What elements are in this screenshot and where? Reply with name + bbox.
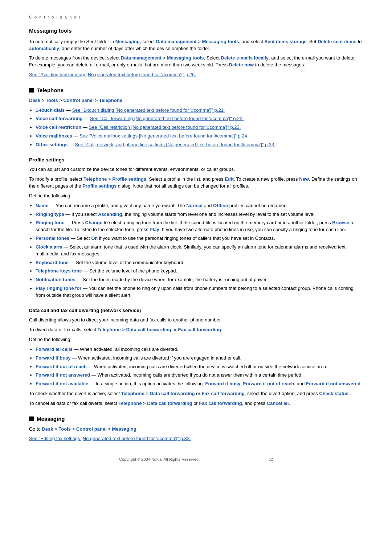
tel-item1-label[interactable]: 1-touch dials <box>36 107 65 113</box>
msg-nav-desk[interactable]: Desk <box>42 426 53 432</box>
dcf-p4-link3[interactable]: Fax call forwarding <box>199 401 242 406</box>
tel-item3-label[interactable]: Voice call restriction <box>36 124 81 130</box>
ps-item8-label[interactable]: Notification tones <box>36 277 75 282</box>
mt-p2-link4[interactable]: Delete now <box>229 62 254 67</box>
tel-nav-desk[interactable]: Desk <box>29 98 40 103</box>
dcf-p3-link4[interactable]: Check status <box>319 391 348 396</box>
mt-p1-link2[interactable]: Data management <box>156 39 197 44</box>
data-call-fax-title: Data call and fax call diverting (networ… <box>29 307 363 314</box>
ps-item4-label[interactable]: Personal tones <box>36 235 69 241</box>
ps-p2-link4[interactable]: New <box>299 176 309 182</box>
ps-p2-link3[interactable]: Edit <box>225 176 234 182</box>
footer-page-number: 62 <box>269 457 273 461</box>
tel-item3-link[interactable]: See "Call restriction [No generated text… <box>89 124 241 130</box>
dcf-p3-text1: To check whether the divert is active, s… <box>29 391 121 396</box>
ps-item2-link1[interactable]: Ascending <box>98 212 122 217</box>
ps-item3-label[interactable]: Ringing tone <box>36 220 64 225</box>
dcf-item5-text4: . <box>360 381 362 386</box>
ps-p2-link5[interactable]: Profile settings <box>82 183 117 189</box>
mt-p2-link3[interactable]: Delete e-mails locally <box>221 55 269 61</box>
mt-p1-link1[interactable]: Messaging <box>115 39 140 44</box>
dcf-p2-link3[interactable]: Fax call forwarding <box>178 327 221 332</box>
telephone-title: Telephone <box>37 86 64 94</box>
dcf-p4-link2[interactable]: Data call forwarding <box>147 401 192 406</box>
messaging-square-icon <box>29 416 34 421</box>
tel-item1-link[interactable]: See "1-touch dialing [No generated text … <box>72 107 225 113</box>
dcf-item2-label[interactable]: Forward if busy <box>36 355 71 361</box>
ps-item7-text: Set the volume level of the phone keypad… <box>89 268 177 274</box>
msg-nav-messaging[interactable]: Messaging <box>112 426 136 432</box>
ps-item3-link1[interactable]: Change <box>85 220 103 225</box>
ps-item1-label[interactable]: Name <box>36 203 48 208</box>
tel-item2-link[interactable]: See "Call forwarding [No generated text … <box>90 116 244 121</box>
dcf-item5-label[interactable]: Forward if not available <box>36 381 88 386</box>
ps-item5-label[interactable]: Clock alarm <box>36 244 62 250</box>
messaging-see-link[interactable]: See "Editing fax settings [No generated … <box>29 435 363 442</box>
dcf-p3-link3[interactable]: Fax call forwarding <box>202 391 245 396</box>
list-item: Notification tones — Set the tones made … <box>36 276 363 283</box>
dcf-p3-text5: . <box>348 391 350 396</box>
dcf-item5-link2[interactable]: Forward if out of reach <box>243 381 294 386</box>
mt-p2-text5: to delete the messages. <box>254 62 305 67</box>
data-call-fax-define-label: Define the following: <box>29 336 363 343</box>
msg-nav-tools[interactable]: Tools <box>58 426 71 432</box>
mt-p1-text4: , and select <box>239 39 264 44</box>
ps-item6-text: Set the volume level of the communicator… <box>76 260 184 265</box>
mt-see-anchor[interactable]: See "Avoiding low memory [No generated t… <box>29 72 196 77</box>
tel-item4-link[interactable]: See "Voice mailbox settings [No generate… <box>79 133 248 139</box>
dcf-item4-label[interactable]: Forward if not answered <box>36 372 90 378</box>
mt-p2-link2[interactable]: Messaging tools <box>167 55 204 61</box>
ps-p2-link1[interactable]: Telephone <box>83 176 107 182</box>
profile-settings-para2: To modify a profile, select Telephone > … <box>29 176 363 190</box>
dcf-p2-text2: > <box>121 327 126 332</box>
tel-item4-label[interactable]: Voice mailboxes <box>36 133 72 139</box>
ps-item1-text3: profiles cannot be renamed. <box>228 203 288 208</box>
tel-nav-sep2: > <box>58 98 64 103</box>
messaging-section: Messaging Go to Desk > Tools > Control p… <box>29 415 363 442</box>
tel-item5-link[interactable]: See "Call, network, and phone line setti… <box>75 142 275 147</box>
dcf-p4-link4[interactable]: Cancel all <box>267 401 289 406</box>
messaging-tools-see-link[interactable]: See "Avoiding low memory [No generated t… <box>29 71 363 78</box>
ps-item4-link1[interactable]: On <box>91 235 98 241</box>
dcf-item5-link1[interactable]: Forward if busy <box>205 381 241 386</box>
dcf-p3-text2: > <box>144 391 150 396</box>
tel-item2-label[interactable]: Voice call forwarding <box>36 116 83 121</box>
list-item: Name — You can rename a profile, and giv… <box>36 202 363 209</box>
dcf-p4-link1[interactable]: Telephone <box>118 401 142 406</box>
ps-item3-link2[interactable]: Browse <box>332 220 349 225</box>
ps-p2-text4: . To create a new profile, press <box>234 176 299 182</box>
ps-item9-label[interactable]: Play ringing tone for <box>36 286 81 291</box>
tel-nav-cp[interactable]: Control panel <box>63 98 94 103</box>
msg-see-anchor[interactable]: See "Editing fax settings [No generated … <box>29 436 191 441</box>
dcf-p2-link1[interactable]: Telephone <box>98 327 121 332</box>
dcf-item3-label[interactable]: Forward if out of reach <box>36 364 87 369</box>
ps-item3-link3[interactable]: Play <box>150 227 159 232</box>
mt-p1-link6[interactable]: automatically <box>29 46 59 51</box>
ps-item2-label[interactable]: Ringing type <box>36 212 64 217</box>
mt-p1-link3[interactable]: Messaging tools <box>202 39 239 44</box>
tel-nav-telephone[interactable]: Telephone <box>99 98 122 103</box>
dcf-p3-link1[interactable]: Telephone <box>121 391 144 396</box>
tel-nav-tools[interactable]: Tools <box>46 98 58 103</box>
tel-item5-label[interactable]: Other settings <box>36 142 68 147</box>
ps-item1-link1[interactable]: Normal <box>186 203 203 208</box>
ps-p2-link2[interactable]: Profile settings <box>112 176 146 182</box>
mt-p2-link1[interactable]: Data management <box>121 55 162 61</box>
dcf-item5-link3[interactable]: Forward if not answered <box>306 381 360 386</box>
list-item: Voice mailboxes — See "Voice mailbox set… <box>36 133 363 140</box>
ps-item6-label[interactable]: Keyboard tone <box>36 260 69 265</box>
ps-item2-text2: , the ringing volume starts from level o… <box>122 212 315 217</box>
msg-nav-cp[interactable]: Control panel <box>76 426 107 432</box>
ps-item5-text: Select an alarm tone that is used with t… <box>36 244 347 257</box>
list-item: Voice call restriction — See "Call restr… <box>36 124 363 131</box>
mt-p1-link5[interactable]: Delete sent items <box>318 39 356 44</box>
dcf-item1-label[interactable]: Forward all calls <box>36 346 73 352</box>
ps-item7-label[interactable]: Telephone keys tone <box>36 268 82 274</box>
mt-p1-link4[interactable]: Sent items storage <box>265 39 307 44</box>
ps-item5-dash: — <box>62 244 70 250</box>
footer-copyright: Copyright © 2004 Nokia. All Rights Reser… <box>119 457 200 461</box>
mt-p1-text3: > <box>197 39 202 44</box>
dcf-p2-link2[interactable]: Data call forwarding <box>126 327 171 332</box>
dcf-p3-link2[interactable]: Data call forwarding <box>150 391 195 396</box>
ps-item1-link2[interactable]: Offline <box>213 203 228 208</box>
